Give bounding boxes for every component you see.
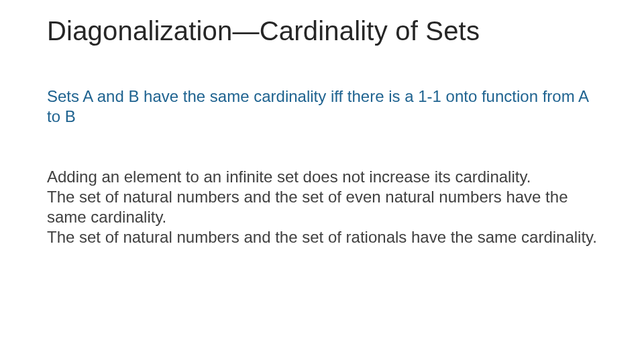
body-paragraph-3: The set of natural numbers and the set o… bbox=[47, 227, 597, 247]
body-paragraph-2: The set of natural numbers and the set o… bbox=[47, 187, 597, 227]
body-paragraph-1: Adding an element to an infinite set doe… bbox=[47, 167, 597, 187]
slide-title: Diagonalization—Cardinality of Sets bbox=[47, 16, 597, 46]
body-text: Adding an element to an infinite set doe… bbox=[47, 167, 597, 247]
definition-text: Sets A and B have the same cardinality i… bbox=[47, 86, 597, 127]
slide: Diagonalization—Cardinality of Sets Sets… bbox=[0, 0, 644, 362]
